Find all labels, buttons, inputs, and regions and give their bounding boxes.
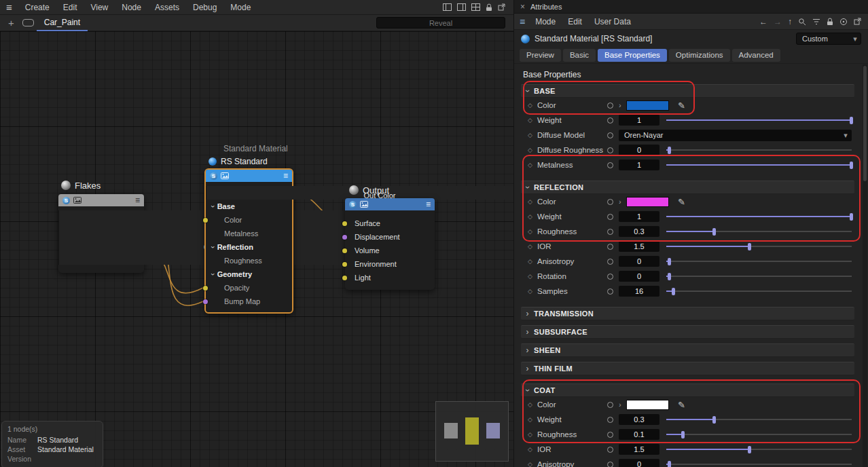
node-flakes-header[interactable]: S ≡ xyxy=(58,194,144,206)
color-picker-icon[interactable]: ✎ xyxy=(678,198,685,206)
color-picker-icon[interactable]: ✎ xyxy=(678,101,685,110)
lock-icon[interactable] xyxy=(486,3,492,12)
attr-menu-mode[interactable]: Mode xyxy=(529,14,562,30)
scrollbar[interactable] xyxy=(863,64,867,467)
history-forward-icon[interactable]: → xyxy=(774,18,782,26)
slider-handle[interactable] xyxy=(850,117,853,124)
slider-handle[interactable] xyxy=(668,461,671,467)
value-field[interactable]: 1 xyxy=(619,115,659,126)
keyframe-diamond-icon[interactable]: ◇ xyxy=(528,258,537,265)
animation-circle-icon[interactable] xyxy=(607,102,613,109)
hamburger-menu-icon[interactable]: ≡ xyxy=(4,2,18,12)
animation-circle-icon[interactable] xyxy=(607,117,613,124)
slider[interactable] xyxy=(666,213,852,221)
section-header-coat[interactable]: ›COAT xyxy=(521,384,854,397)
value-field[interactable]: 1.5 xyxy=(619,241,659,252)
tab-preview[interactable]: Preview xyxy=(520,49,561,62)
animation-circle-icon[interactable] xyxy=(607,447,613,453)
node-row-light[interactable]: Light xyxy=(345,271,435,284)
animation-circle-icon[interactable] xyxy=(607,162,613,168)
node-row-volume[interactable]: Volume xyxy=(345,244,435,257)
add-tab-icon[interactable]: + xyxy=(3,18,20,28)
color-picker-icon[interactable]: ✎ xyxy=(678,400,685,409)
value-field[interactable]: 1 xyxy=(619,211,659,222)
tab-optimizations[interactable]: Optimizations xyxy=(669,49,730,62)
menu-debug[interactable]: Debug xyxy=(186,0,223,15)
node-row-environment[interactable]: Environment xyxy=(345,257,435,271)
slider-handle[interactable] xyxy=(850,162,853,169)
keyframe-diamond-icon[interactable]: ◇ xyxy=(528,401,537,408)
node-row-geometry[interactable]: ›Geometry xyxy=(206,267,292,281)
color-swatch[interactable] xyxy=(626,100,669,111)
node-editor-canvas[interactable]: Flakes S ≡ Out NormalOut AlphaOut Flakes… xyxy=(0,31,513,467)
value-field[interactable]: 1 xyxy=(619,160,659,170)
slider[interactable] xyxy=(666,461,852,467)
popout-icon[interactable] xyxy=(854,18,861,25)
slider[interactable] xyxy=(666,228,852,236)
section-header-transmission[interactable]: ›TRANSMISSION xyxy=(521,307,854,320)
menu-create[interactable]: Create xyxy=(18,0,56,15)
node-row-color[interactable]: Color xyxy=(206,213,292,227)
animation-circle-icon[interactable] xyxy=(607,274,613,280)
keyframe-diamond-icon[interactable]: ◇ xyxy=(528,132,537,138)
node-row-metalness[interactable]: Metalness xyxy=(206,227,292,240)
keyframe-diamond-icon[interactable]: ◇ xyxy=(528,288,537,295)
input-port[interactable] xyxy=(342,248,347,253)
menu-mode[interactable]: Mode xyxy=(223,0,257,15)
node-row-surface[interactable]: Surface xyxy=(345,217,435,230)
slider[interactable] xyxy=(666,162,852,169)
node-menu-icon[interactable]: ≡ xyxy=(283,172,288,180)
close-icon[interactable]: × xyxy=(520,3,525,11)
animation-circle-icon[interactable] xyxy=(607,259,613,265)
keyframe-diamond-icon[interactable]: ◇ xyxy=(528,102,537,109)
section-header-sheen[interactable]: ›SHEEN xyxy=(521,343,854,357)
split-right-icon[interactable] xyxy=(457,3,466,11)
section-header-base[interactable]: ›BASE xyxy=(521,84,854,98)
menu-view[interactable]: View xyxy=(84,0,115,15)
split-grid-icon[interactable] xyxy=(471,3,480,11)
section-header-reflection[interactable]: ›REFLECTION xyxy=(521,181,854,194)
keyframe-diamond-icon[interactable]: ◇ xyxy=(528,461,537,467)
dropdown-diffuse-model[interactable]: Oren-Nayar▾ xyxy=(619,130,852,141)
tab-base-properties[interactable]: Base Properties xyxy=(598,49,667,62)
slider[interactable] xyxy=(666,243,852,250)
preview-swatch[interactable] xyxy=(465,417,479,445)
section-header-subsurface[interactable]: ›SUBSURFACE xyxy=(521,325,854,339)
value-field[interactable]: 0 xyxy=(619,271,659,282)
keyframe-diamond-icon[interactable]: ◇ xyxy=(528,198,537,205)
input-port[interactable] xyxy=(342,221,347,226)
node-menu-icon[interactable]: ≡ xyxy=(135,196,140,204)
tab-car-paint[interactable]: Car_Paint xyxy=(37,15,88,31)
keyframe-diamond-icon[interactable]: ◇ xyxy=(528,273,537,280)
node-output-header[interactable]: S ≡ xyxy=(345,198,435,210)
slider-handle[interactable] xyxy=(668,147,671,154)
animation-circle-icon[interactable] xyxy=(607,288,613,295)
value-field[interactable]: 1.5 xyxy=(619,444,659,455)
section-header-thin-film[interactable]: ›THIN FILM xyxy=(521,362,854,375)
slider[interactable] xyxy=(666,258,852,265)
slider-handle[interactable] xyxy=(712,228,716,236)
slider-handle[interactable] xyxy=(672,288,675,295)
node-shape-icon[interactable] xyxy=(22,19,34,26)
scrollbar-thumb[interactable] xyxy=(863,66,867,181)
animation-circle-icon[interactable] xyxy=(607,147,613,153)
menu-assets[interactable]: Assets xyxy=(148,0,186,15)
split-left-icon[interactable] xyxy=(443,3,452,11)
input-port[interactable] xyxy=(203,218,208,223)
preview-swatch[interactable] xyxy=(486,423,500,438)
slider[interactable] xyxy=(666,273,852,280)
animation-circle-icon[interactable] xyxy=(607,244,613,250)
node-row-reflection[interactable]: ›Reflection xyxy=(206,240,292,254)
node-rs-standard[interactable]: Standard Material RS Standard S ≡ Out Co… xyxy=(204,143,293,314)
value-field[interactable]: 16 xyxy=(619,286,659,297)
tab-basic[interactable]: Basic xyxy=(563,49,596,62)
animation-circle-icon[interactable] xyxy=(607,214,613,220)
keyframe-diamond-icon[interactable]: ◇ xyxy=(528,162,537,168)
slider-handle[interactable] xyxy=(712,416,716,424)
value-field[interactable]: 0 xyxy=(619,145,659,155)
track-focus-icon[interactable] xyxy=(839,18,848,26)
node-menu-icon[interactable]: ≡ xyxy=(426,200,431,208)
node-row-roughness[interactable]: Roughness xyxy=(206,254,292,267)
slider-handle[interactable] xyxy=(681,431,685,438)
search-icon[interactable] xyxy=(798,18,806,26)
